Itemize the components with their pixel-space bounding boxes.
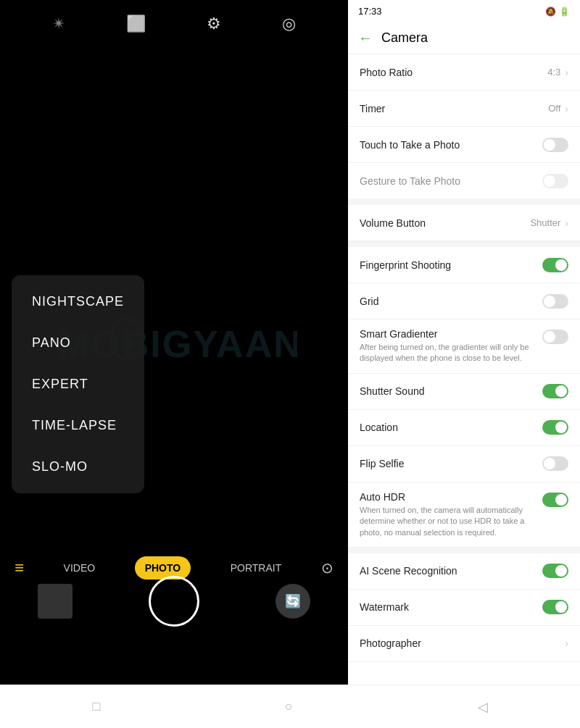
setting-fingerprint[interactable]: Fingerprint Shooting [348,247,580,283]
auto-hdr-desc: When turned on, the camera will automati… [360,505,542,538]
ai-scene-toggle[interactable] [542,564,568,578]
settings-title: Camera [381,30,428,46]
ai-scene-label: AI Scene Recognition [360,565,542,577]
settings-panel: 17:33 🔕 🔋 ← Camera Photo Ratio 4:3 › Tim… [348,0,580,728]
auto-hdr-label: Auto HDR [360,491,542,503]
photographer-chevron: › [565,637,568,649]
setting-gesture-photo: Gesture to Take Photo [348,163,580,199]
photo-ratio-label: Photo Ratio [360,67,547,78]
photographer-label: Photographer [360,637,565,649]
settings-header: ← Camera [348,22,580,54]
battery-icon: 🔋 [559,7,570,17]
gallery-thumb[interactable] [38,584,72,619]
camera-panel: ✴ ⬜ ⚙ ◎ MOBIGYAAN NIGHTSCAPE PANO EXPERT… [0,0,348,728]
status-bar: 17:33 🔕 🔋 [348,0,580,22]
photo-ratio-chevron: › [565,67,568,78]
setting-flip-selfie[interactable]: Flip Selfie [348,446,580,482]
setting-volume-button[interactable]: Volume Button Shutter › [348,205,580,241]
setting-photographer[interactable]: Photographer › [348,626,580,662]
photo-ratio-value: 4:3 [547,67,560,78]
flip-camera-btn[interactable]: 🔄 [276,584,310,619]
gesture-photo-knob [544,175,555,187]
smart-gradienter-desc: After being turned on, the gradienter wi… [360,342,542,364]
mode-slomo[interactable]: SLO-MO [12,446,144,488]
ai-scene-knob [555,565,567,577]
setting-shutter-sound[interactable]: Shutter Sound [348,374,580,410]
flip-selfie-knob [544,458,555,469]
gesture-photo-label: Gesture to Take Photo [360,175,542,187]
mode-timelapse[interactable]: TIME-LAPSE [12,405,144,446]
shutter-sound-knob [555,385,567,397]
settings-android-nav: □ ○ ◁ [348,685,580,728]
timer-label: Timer [360,103,548,114]
flash-icon[interactable]: ✴ [52,14,65,33]
flip-selfie-toggle[interactable] [542,456,568,471]
touch-photo-knob [544,139,555,151]
mode-nightscape[interactable]: NIGHTSCAPE [12,281,144,322]
flip-selfie-label: Flip Selfie [360,458,542,469]
back-button[interactable]: ← [358,30,373,46]
status-time: 17:33 [358,6,382,17]
flip-camera-icon: 🔄 [285,593,301,609]
setting-touch-photo[interactable]: Touch to Take a Photo [348,127,580,163]
mode-expert[interactable]: EXPERT [12,364,144,405]
volume-button-value: Shutter [530,217,560,228]
location-label: Location [360,422,542,433]
auto-hdr-knob [555,494,567,506]
mode-pano[interactable]: PANO [12,322,144,364]
divider-1 [348,199,580,205]
settings-nav-triangle[interactable]: ◁ [478,699,488,715]
setting-ai-scene[interactable]: AI Scene Recognition [348,553,580,590]
fingerprint-toggle[interactable] [542,258,568,272]
status-icons: 🔕 🔋 [545,7,570,17]
shutter-btn[interactable] [149,576,199,627]
smart-gradienter-label: Smart Gradienter [360,328,542,340]
grid-knob [544,296,555,307]
setting-auto-hdr[interactable]: Auto HDR When turned on, the camera will… [348,482,580,548]
volume-button-label: Volume Button [360,217,530,229]
image-icon[interactable]: ⬜ [126,14,146,33]
smart-gradienter-toggle[interactable] [542,330,568,344]
shutter-sound-toggle[interactable] [542,384,568,398]
divider-2 [348,241,580,247]
setting-grid[interactable]: Grid [348,283,580,319]
mode-menu: NIGHTSCAPE PANO EXPERT TIME-LAPSE SLO-MO [12,275,144,493]
shutter-row: 🔄 [0,576,348,627]
grid-label: Grid [360,296,542,307]
fingerprint-label: Fingerprint Shooting [360,259,542,271]
watermark-label: Watermark [360,601,542,613]
touch-photo-label: Touch to Take a Photo [360,139,542,151]
settings-list: Photo Ratio 4:3 › Timer Off › Touch to T… [348,54,580,728]
target-icon[interactable]: ◎ [282,14,296,33]
volume-button-chevron: › [565,217,568,229]
timer-chevron: › [565,103,568,114]
touch-photo-toggle[interactable] [542,138,568,152]
grid-toggle[interactable] [542,294,568,309]
setting-photo-ratio[interactable]: Photo Ratio 4:3 › [348,54,580,91]
auto-hdr-toggle[interactable] [542,493,568,507]
hamburger-icon[interactable]: ≡ [14,558,24,577]
setting-timer[interactable]: Timer Off › [348,91,580,127]
extra-camera-icon[interactable]: ⊙ [321,559,334,577]
shutter-sound-label: Shutter Sound [360,385,542,397]
timer-value: Off [548,103,560,114]
camera-top-bar: ✴ ⬜ ⚙ ◎ [0,0,348,48]
divider-3 [348,548,580,553]
setting-location[interactable]: Location [348,410,580,446]
mute-icon: 🔕 [545,7,556,17]
watermark-toggle[interactable] [542,600,568,614]
location-toggle[interactable] [542,420,568,435]
effects-icon[interactable]: ⚙ [207,14,221,33]
setting-smart-gradienter[interactable]: Smart Gradienter After being turned on, … [348,319,580,374]
watermark-knob [555,601,567,613]
location-knob [555,422,567,433]
setting-watermark[interactable]: Watermark [348,590,580,626]
smart-gradienter-knob [544,331,555,343]
fingerprint-knob [555,259,567,271]
gesture-photo-toggle [542,174,568,188]
